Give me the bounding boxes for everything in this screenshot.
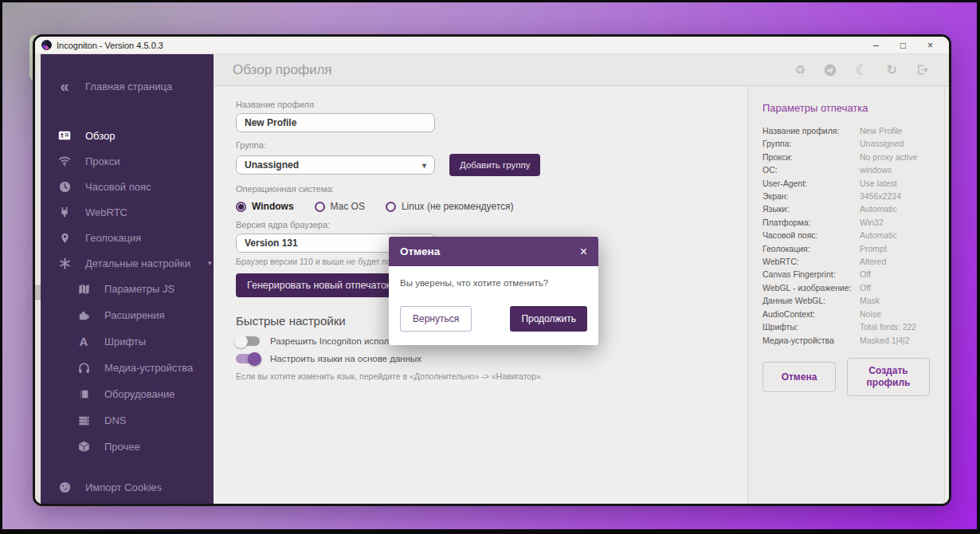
sidebar-item-detailed-settings[interactable]: Детальные настройки ▾ — [41, 250, 214, 276]
sidebar-item-label: Главная страница — [85, 80, 172, 92]
sidebar-item-label: Шрифты — [104, 336, 146, 347]
radio-macos[interactable]: Mac OS — [315, 201, 365, 212]
window-titlebar: Incogniton - Version 4.5.0.3 – □ × — [35, 37, 949, 54]
fingerprint-key: Геолокация: — [762, 242, 860, 255]
group-select[interactable]: Unassigned ▾ — [236, 155, 435, 175]
toggle-row-languages: Настроить языки на основе данных — [236, 354, 731, 363]
left-scroll-handle[interactable] — [35, 285, 41, 300]
close-icon[interactable]: × — [580, 245, 587, 259]
fingerprint-row: Геолокация: Prompt — [762, 242, 930, 255]
server-icon — [76, 415, 92, 426]
language-hint: Если вы хотите изменить язык, перейдите … — [236, 371, 731, 381]
os-label: Операционная система: — [236, 184, 731, 194]
fingerprint-value: Automatic — [860, 202, 897, 215]
fingerprint-value: Automatic — [860, 229, 897, 241]
dark-mode-moon-icon[interactable]: ☾ — [855, 63, 868, 77]
fingerprint-key: Медиа-устройства — [762, 334, 860, 347]
sidebar-item-label: Оборудование — [104, 388, 174, 400]
sidebar-item-label: Часовой пояс — [85, 181, 151, 193]
fingerprint-key: ОС: — [762, 163, 860, 176]
browser-version-label: Версия ядра браузера: — [236, 220, 731, 230]
map-icon — [76, 284, 92, 295]
sidebar: « Главная страница Обзор Прокси — [41, 54, 214, 504]
fingerprint-key: Название профиля: — [762, 124, 860, 137]
fingerprint-row: ОС: windows — [762, 163, 930, 176]
fingerprint-value: No proxy active — [860, 151, 917, 163]
radio-unchecked-icon — [386, 202, 396, 212]
id-card-icon — [57, 129, 73, 142]
sidebar-item-media-devices[interactable]: Медиа-устройства — [41, 355, 214, 381]
fingerprint-key: Canvas Fingerprint: — [762, 268, 860, 281]
sidebar-item-label: Импорт Cookies — [85, 481, 162, 493]
sidebar-item-timezone[interactable]: Часовой пояс — [41, 174, 214, 199]
sidebar-item-other[interactable]: Прочее — [41, 434, 214, 460]
sidebar-item-webrtc[interactable]: WebRTC — [41, 199, 214, 225]
window-title: Incogniton - Version 4.5.0.3 — [57, 41, 163, 50]
refresh-icon[interactable]: ↻ — [887, 64, 897, 77]
sidebar-item-label: Прочее — [104, 441, 140, 453]
fingerprint-key: Шрифты: — [762, 320, 860, 333]
sidebar-item-label: Параметры JS — [104, 283, 174, 295]
os-radio-group: Windows Mac OS Linux (не рекомендуется) — [236, 201, 731, 212]
chevron-down-icon: ▾ — [208, 259, 212, 267]
fingerprint-value: Prompt — [860, 242, 887, 255]
incogniton-logo-icon — [41, 40, 52, 50]
sidebar-item-home[interactable]: « Главная страница — [41, 73, 214, 99]
collapse-sidebar-icon[interactable]: « — [57, 78, 73, 94]
create-profile-button[interactable]: Создать профиль — [847, 358, 930, 396]
left-scroll-strip[interactable] — [35, 54, 41, 504]
sidebar-item-fonts[interactable]: A Шрифты — [41, 328, 214, 355]
languages-toggle[interactable] — [236, 354, 260, 363]
toggle-label: Настроить языки на основе данных — [270, 354, 421, 363]
radio-unchecked-icon — [315, 202, 325, 212]
maximize-button[interactable]: □ — [900, 41, 906, 50]
sidebar-item-dns[interactable]: DNS — [41, 407, 214, 434]
asterisk-icon — [57, 257, 73, 269]
fingerprint-value: New Profile — [860, 124, 903, 137]
fingerprint-value: Use latest — [860, 177, 897, 190]
sidebar-item-geolocation[interactable]: Геолокация — [41, 225, 214, 250]
sidebar-item-label: Медиа-устройства — [104, 362, 193, 374]
fingerprint-value: Unassigned — [860, 137, 904, 150]
fingerprint-value: Noise — [860, 308, 881, 320]
chevron-down-icon: ▾ — [422, 161, 426, 170]
fingerprint-value: Off — [860, 281, 871, 294]
page-title: Обзор профиля — [233, 62, 332, 78]
cancel-profile-button[interactable]: Отмена — [762, 362, 836, 392]
sidebar-item-import-cookies[interactable]: Импорт Cookies — [41, 474, 214, 500]
cancel-confirmation-dialog: Отмена × Вы уверены, что хотите отменить… — [389, 237, 598, 345]
telegram-icon[interactable] — [824, 64, 837, 77]
sidebar-item-proxy[interactable]: Прокси — [41, 148, 214, 174]
fingerprint-value: 3456x2234 — [860, 190, 901, 202]
location-pin-icon — [57, 232, 73, 244]
radio-windows[interactable]: Windows — [236, 201, 294, 212]
browser-version-value: Version 131 — [245, 238, 298, 249]
sidebar-spacer — [41, 99, 214, 123]
recycle-icon[interactable]: ♻ — [794, 64, 806, 77]
sidebar-item-label: DNS — [104, 414, 126, 426]
logout-icon[interactable] — [915, 64, 928, 76]
fingerprint-row: Экран: 3456x2234 — [762, 190, 930, 202]
dialog-back-button[interactable]: Вернуться — [400, 306, 472, 332]
sidebar-item-overview[interactable]: Обзор — [41, 123, 214, 148]
dialog-continue-button[interactable]: Продолжить — [510, 306, 587, 332]
fingerprint-key: Прокси: — [762, 151, 860, 163]
sidebar-item-hardware[interactable]: Оборудование — [41, 381, 214, 407]
desktop-background: Incogniton - Version 4.5.0.3 – □ × « Гла… — [2, 2, 977, 529]
allow-incogniton-toggle[interactable] — [236, 336, 260, 346]
generate-fingerprint-button[interactable]: Генерировать новый отпечаток — [236, 273, 402, 297]
fingerprint-row: User-Agent: Use latest — [762, 177, 930, 190]
plug-icon — [57, 206, 73, 218]
profile-name-label: Название профиля — [236, 100, 731, 109]
radio-linux[interactable]: Linux (не рекомендуется) — [386, 201, 514, 212]
puzzle-icon — [76, 309, 92, 321]
minimize-button[interactable]: – — [873, 41, 879, 50]
add-group-button[interactable]: Добавить группу — [449, 154, 540, 176]
profile-name-input[interactable]: New Profile — [236, 113, 435, 132]
fingerprint-key: Группа: — [762, 137, 860, 150]
fingerprint-row: Платформа: Win32 — [762, 216, 930, 229]
close-button[interactable]: × — [927, 41, 933, 50]
fingerprint-row: Canvas Fingerprint: Off — [762, 268, 930, 281]
sidebar-item-extensions[interactable]: Расширения — [41, 302, 214, 328]
sidebar-item-js-parameters[interactable]: Параметры JS — [41, 276, 214, 302]
